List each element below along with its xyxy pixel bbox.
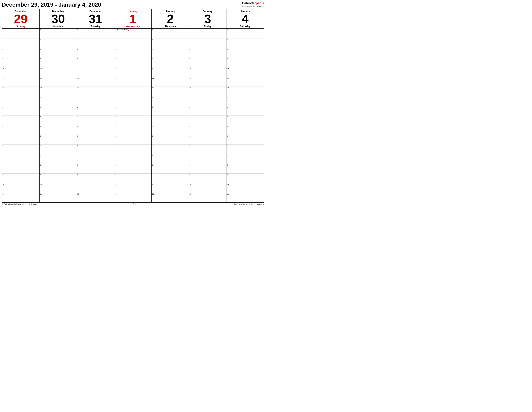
time-slot-6-7: 1 <box>227 96 264 106</box>
time-slot-3-11: 5 <box>114 135 152 145</box>
logo-area: Calendarpedia Your source for calendars <box>242 1 264 7</box>
time-slot-1-12: 6 <box>39 145 77 154</box>
time-slot-6-12: 6 <box>227 145 264 154</box>
time-label-3-16: 10 <box>114 183 117 185</box>
day-name-6: Saturday <box>227 25 264 28</box>
day-header-1: December30Monday <box>39 9 77 28</box>
footer: © Calendarpedia® www.calendarpedia.com P… <box>2 203 264 205</box>
time-label-3-14: 8 <box>114 164 117 166</box>
time-label-3-10: 4 <box>114 125 117 128</box>
time-grid: 6789101112123456789101167891011121234567… <box>2 29 264 202</box>
time-slot-0-3: 9 <box>2 58 39 67</box>
time-slot-2-10: 4 <box>77 125 114 135</box>
day-column-6: 67891011121234567891011 <box>227 29 264 202</box>
time-label-6-15: 9 <box>227 174 229 176</box>
time-slot-5-12: 6 <box>189 145 226 154</box>
time-label-1-6: 12 <box>39 87 42 89</box>
time-slot-2-1: 7 <box>77 38 114 48</box>
time-slot-6-2: 8 <box>227 48 264 58</box>
time-label-1-0: 6 <box>39 29 42 31</box>
time-label-2-13: 7 <box>77 154 79 156</box>
time-slot-2-17: 11 <box>77 193 114 202</box>
time-label-1-8: 2 <box>39 106 42 108</box>
time-label-4-12: 6 <box>152 145 154 147</box>
time-slot-0-8: 2 <box>2 106 39 116</box>
time-slot-2-6: 12 <box>77 87 114 96</box>
logo: Calendarpedia <box>242 1 264 5</box>
time-slot-3-9: 3 <box>114 116 152 125</box>
time-slot-6-17: 11 <box>227 193 264 202</box>
time-label-0-1: 7 <box>2 38 5 41</box>
time-label-3-2: 8 <box>114 48 117 50</box>
time-slot-3-6: 12 <box>114 87 152 96</box>
time-label-4-7: 1 <box>152 96 154 99</box>
day-column-5: 67891011121234567891011 <box>189 29 227 202</box>
time-slot-3-16: 10 <box>114 183 152 193</box>
time-label-0-2: 8 <box>2 48 5 50</box>
time-slot-4-11: 5 <box>152 135 189 145</box>
time-label-2-8: 2 <box>77 106 79 108</box>
time-slot-3-0: 6New Year's Day <box>114 29 152 38</box>
date-num-2: 31 <box>77 13 114 25</box>
time-label-4-8: 2 <box>152 106 154 108</box>
date-num-4: 2 <box>152 13 189 25</box>
time-label-0-5: 11 <box>2 77 5 79</box>
time-slot-0-16: 10 <box>2 183 39 193</box>
time-label-5-10: 4 <box>189 125 191 128</box>
footer-right: Data provided 'as is' without warranty <box>234 203 264 205</box>
time-slot-5-6: 12 <box>189 87 226 96</box>
time-slot-0-7: 1 <box>2 96 39 106</box>
day-name-2: Tuesday <box>77 25 114 28</box>
time-label-3-5: 11 <box>114 77 117 79</box>
time-slot-3-15: 9 <box>114 174 152 183</box>
time-slot-1-7: 1 <box>39 96 77 106</box>
time-slot-4-2: 8 <box>152 48 189 58</box>
time-label-5-16: 10 <box>189 183 191 185</box>
time-label-5-7: 1 <box>189 96 191 99</box>
time-label-5-13: 7 <box>189 154 191 156</box>
time-label-4-16: 10 <box>152 183 154 185</box>
time-label-3-3: 9 <box>114 58 117 60</box>
time-slot-2-14: 8 <box>77 164 114 174</box>
time-label-0-15: 9 <box>2 174 5 176</box>
time-slot-4-5: 11 <box>152 77 189 87</box>
time-slot-2-15: 9 <box>77 174 114 183</box>
day-header-4: January2Thursday <box>152 9 189 28</box>
time-label-0-0: 6 <box>2 29 5 31</box>
time-slot-0-14: 8 <box>2 164 39 174</box>
time-label-3-13: 7 <box>114 154 117 156</box>
time-slot-5-13: 7 <box>189 154 226 164</box>
time-slot-4-9: 3 <box>152 116 189 125</box>
time-label-5-15: 9 <box>189 174 191 176</box>
day-name-5: Friday <box>189 25 226 28</box>
time-slot-0-2: 8 <box>2 48 39 58</box>
time-label-3-15: 9 <box>114 174 117 176</box>
time-slot-1-2: 8 <box>39 48 77 58</box>
time-label-6-16: 10 <box>227 183 229 185</box>
time-slot-0-13: 7 <box>2 154 39 164</box>
time-slot-3-13: 7 <box>114 154 152 164</box>
time-label-0-14: 8 <box>2 164 5 166</box>
time-label-3-12: 6 <box>114 145 117 147</box>
time-slot-1-5: 11 <box>39 77 77 87</box>
time-slot-3-7: 1 <box>114 96 152 106</box>
time-label-1-13: 7 <box>39 154 42 156</box>
day-headers: December29SundayDecember30MondayDecember… <box>2 9 264 29</box>
time-slot-6-13: 7 <box>227 154 264 164</box>
time-label-1-2: 8 <box>39 48 42 50</box>
time-label-1-15: 9 <box>39 174 42 176</box>
time-slot-4-8: 2 <box>152 106 189 116</box>
time-label-2-2: 8 <box>77 48 79 50</box>
page: December 29, 2019 - January 4, 2020 Cale… <box>0 0 266 206</box>
time-label-4-15: 9 <box>152 174 154 176</box>
time-label-1-17: 11 <box>39 193 42 195</box>
time-slot-0-1: 7 <box>2 38 39 48</box>
day-header-6: January4Saturday <box>227 9 264 28</box>
time-slot-2-12: 6 <box>77 145 114 154</box>
time-slot-6-11: 5 <box>227 135 264 145</box>
day-column-2: 67891011121234567891011 <box>77 29 114 202</box>
footer-left: © Calendarpedia® www.calendarpedia.com <box>2 203 37 205</box>
time-label-0-3: 9 <box>2 58 5 60</box>
time-label-2-9: 3 <box>77 116 79 118</box>
time-slot-3-3: 9 <box>114 58 152 67</box>
